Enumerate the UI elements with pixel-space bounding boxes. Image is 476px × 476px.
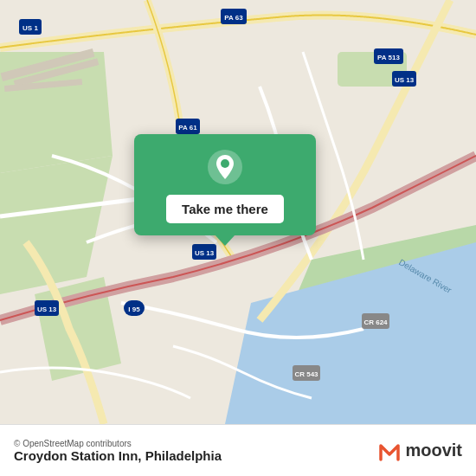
place-info: © OpenStreetMap contributors Croydon Sta…: [14, 439, 222, 463]
svg-text:US 13: US 13: [395, 76, 415, 84]
svg-text:US 13: US 13: [37, 306, 57, 313]
svg-text:CR 624: CR 624: [363, 318, 388, 326]
place-name: Croydon Station Inn, Philadelphia: [14, 448, 222, 463]
svg-text:CR 543: CR 543: [294, 370, 318, 378]
svg-text:PA 63: PA 63: [224, 14, 243, 22]
svg-point-32: [221, 159, 229, 168]
moovit-icon: [377, 439, 402, 463]
map-container: Delaware River US 1 PA 63 PA 61 PA 513 U…: [0, 0, 476, 424]
svg-text:PA 513: PA 513: [377, 54, 400, 61]
bottom-bar: © OpenStreetMap contributors Croydon Sta…: [0, 424, 476, 476]
location-pin-icon: [206, 148, 244, 186]
svg-text:PA 61: PA 61: [178, 124, 197, 132]
osm-credit: © OpenStreetMap contributors: [14, 439, 222, 448]
moovit-logo: moovit: [377, 439, 462, 463]
moovit-text: moovit: [405, 441, 462, 460]
popup-card: Take me there: [134, 134, 316, 235]
svg-text:US 1: US 1: [23, 24, 38, 32]
svg-text:US 13: US 13: [195, 249, 215, 257]
take-me-there-button[interactable]: Take me there: [166, 195, 284, 223]
svg-text:I 95: I 95: [128, 306, 140, 313]
